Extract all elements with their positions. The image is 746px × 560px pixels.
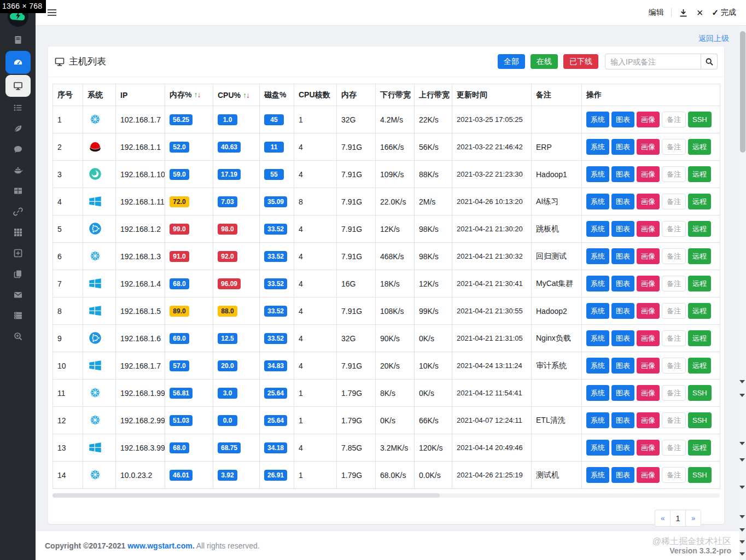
download-icon[interactable] bbox=[679, 8, 688, 18]
horizontal-scrollbar[interactable] bbox=[53, 493, 720, 498]
portrait-button[interactable]: 画像 bbox=[637, 112, 660, 127]
sidebar-item-mail[interactable] bbox=[0, 284, 36, 305]
sidebar-item-search-plus[interactable] bbox=[0, 326, 36, 347]
system-button[interactable]: 系统 bbox=[586, 303, 609, 319]
chart-button[interactable]: 图表 bbox=[611, 112, 634, 127]
chart-button[interactable]: 图表 bbox=[611, 166, 634, 182]
back-to-parent-link[interactable]: 返回上级 bbox=[698, 34, 729, 44]
note-button[interactable]: 备注 bbox=[662, 139, 686, 155]
search-button[interactable] bbox=[701, 54, 718, 69]
portrait-button[interactable]: 画像 bbox=[637, 385, 660, 401]
filter-all-button[interactable]: 全部 bbox=[498, 54, 525, 69]
portrait-button[interactable]: 画像 bbox=[637, 221, 660, 237]
portrait-button[interactable]: 画像 bbox=[637, 303, 660, 319]
portrait-button[interactable]: 画像 bbox=[637, 276, 660, 291]
portrait-button[interactable]: 画像 bbox=[637, 139, 660, 155]
sidebar-item-table[interactable] bbox=[0, 180, 36, 201]
remote-button[interactable]: SSH bbox=[688, 412, 712, 428]
sidebar-item-chat[interactable] bbox=[0, 139, 36, 160]
sidebar-item-leaf[interactable] bbox=[0, 118, 36, 139]
chart-button[interactable]: 图表 bbox=[611, 412, 634, 428]
note-button[interactable]: 备注 bbox=[662, 358, 686, 374]
scrollbar-thumb[interactable] bbox=[740, 31, 745, 153]
note-button[interactable]: 备注 bbox=[662, 467, 686, 483]
sidebar-item-docker[interactable] bbox=[0, 160, 36, 180]
col-cpu[interactable]: CPU%↑↓ bbox=[213, 84, 260, 106]
chart-button[interactable]: 图表 bbox=[611, 194, 634, 209]
remote-button[interactable]: 远程 bbox=[688, 221, 711, 237]
portrait-button[interactable]: 画像 bbox=[637, 440, 660, 456]
sidebar-item-plus-square[interactable] bbox=[0, 243, 36, 264]
chart-button[interactable]: 图表 bbox=[611, 139, 634, 155]
note-button[interactable]: 备注 bbox=[662, 330, 686, 346]
system-button[interactable]: 系统 bbox=[586, 194, 609, 209]
system-button[interactable]: 系统 bbox=[586, 385, 609, 401]
col-mem[interactable]: 内存%↑↓ bbox=[165, 84, 213, 106]
note-button[interactable]: 备注 bbox=[662, 112, 686, 127]
chart-button[interactable]: 图表 bbox=[611, 276, 634, 291]
pagination-page-1[interactable]: 1 bbox=[670, 510, 686, 527]
remote-button[interactable]: SSH bbox=[688, 112, 712, 127]
menu-toggle-icon[interactable] bbox=[48, 9, 56, 16]
remote-button[interactable]: 远程 bbox=[688, 358, 711, 374]
chart-button[interactable]: 图表 bbox=[611, 467, 634, 483]
portrait-button[interactable]: 画像 bbox=[637, 194, 660, 209]
portrait-button[interactable]: 画像 bbox=[637, 248, 660, 264]
note-button[interactable]: 备注 bbox=[662, 194, 686, 209]
edit-button[interactable]: 编辑 bbox=[649, 8, 664, 18]
vertical-scrollbar[interactable] bbox=[739, 26, 746, 560]
sidebar-item-book[interactable] bbox=[0, 30, 36, 50]
chart-button[interactable]: 图表 bbox=[611, 330, 634, 346]
chart-button[interactable]: 图表 bbox=[611, 440, 634, 456]
search-input[interactable] bbox=[605, 54, 701, 69]
chart-button[interactable]: 图表 bbox=[611, 358, 634, 374]
note-button[interactable]: 备注 bbox=[662, 166, 686, 182]
chart-button[interactable]: 图表 bbox=[611, 385, 634, 401]
remote-button[interactable]: 远程 bbox=[688, 248, 711, 264]
portrait-button[interactable]: 画像 bbox=[637, 166, 660, 182]
system-button[interactable]: 系统 bbox=[586, 440, 609, 456]
system-button[interactable]: 系统 bbox=[586, 330, 609, 346]
remote-button[interactable]: 远程 bbox=[688, 276, 711, 291]
note-button[interactable]: 备注 bbox=[662, 385, 686, 401]
sidebar-item-monitor[interactable] bbox=[0, 74, 36, 97]
portrait-button[interactable]: 画像 bbox=[637, 330, 660, 346]
remote-button[interactable]: 远程 bbox=[688, 139, 711, 155]
system-button[interactable]: 系统 bbox=[586, 221, 609, 237]
note-button[interactable]: 备注 bbox=[662, 221, 686, 237]
sidebar-item-link[interactable] bbox=[0, 201, 36, 222]
filter-online-button[interactable]: 在线 bbox=[531, 54, 558, 69]
chart-button[interactable]: 图表 bbox=[611, 303, 634, 319]
system-button[interactable]: 系统 bbox=[586, 276, 609, 291]
note-button[interactable]: 备注 bbox=[662, 276, 686, 291]
sidebar-item-task-list[interactable] bbox=[0, 97, 36, 118]
chart-button[interactable]: 图表 bbox=[611, 248, 634, 264]
system-button[interactable]: 系统 bbox=[586, 139, 609, 155]
system-button[interactable]: 系统 bbox=[586, 112, 609, 127]
system-button[interactable]: 系统 bbox=[586, 412, 609, 428]
note-button[interactable]: 备注 bbox=[662, 303, 686, 319]
remote-button[interactable]: 远程 bbox=[688, 166, 711, 182]
remote-button[interactable]: 远程 bbox=[688, 440, 711, 456]
pagination-next[interactable]: » bbox=[685, 510, 701, 527]
note-button[interactable]: 备注 bbox=[662, 440, 686, 456]
system-button[interactable]: 系统 bbox=[586, 467, 609, 483]
pagination-prev[interactable]: « bbox=[655, 510, 671, 527]
note-button[interactable]: 备注 bbox=[662, 412, 686, 428]
system-button[interactable]: 系统 bbox=[586, 358, 609, 374]
remote-button[interactable]: 远程 bbox=[688, 330, 711, 346]
note-button[interactable]: 备注 bbox=[662, 248, 686, 264]
portrait-button[interactable]: 画像 bbox=[637, 358, 660, 374]
close-icon[interactable]: × bbox=[697, 7, 703, 18]
wgstart-link[interactable]: www.wgstart.com. bbox=[127, 541, 194, 550]
remote-button[interactable]: SSH bbox=[688, 467, 712, 483]
system-button[interactable]: 系统 bbox=[586, 248, 609, 264]
system-button[interactable]: 系统 bbox=[586, 166, 609, 182]
sidebar-item-dashboard-gauge[interactable] bbox=[0, 50, 36, 74]
remote-button[interactable]: 远程 bbox=[688, 303, 711, 319]
portrait-button[interactable]: 画像 bbox=[637, 467, 660, 483]
sidebar-item-grid[interactable] bbox=[0, 222, 36, 243]
chart-button[interactable]: 图表 bbox=[611, 221, 634, 237]
sidebar-item-server[interactable] bbox=[0, 305, 36, 326]
remote-button[interactable]: SSH bbox=[688, 385, 712, 401]
